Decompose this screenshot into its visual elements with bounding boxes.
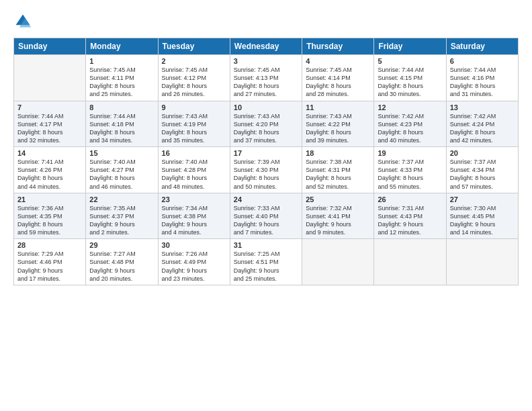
header <box>13 12 519 31</box>
calendar-cell: 26Sunrise: 7:31 AM Sunset: 4:43 PM Dayli… <box>374 193 446 239</box>
day-number: 13 <box>450 103 515 111</box>
day-number: 25 <box>306 195 370 203</box>
day-number: 7 <box>17 103 82 111</box>
col-header-tuesday: Tuesday <box>158 38 230 55</box>
calendar-week-row: 28Sunrise: 7:29 AM Sunset: 4:46 PM Dayli… <box>14 239 519 285</box>
day-number: 8 <box>89 103 154 111</box>
day-number: 16 <box>162 149 226 157</box>
day-number: 15 <box>89 149 154 157</box>
calendar-cell: 5Sunrise: 7:44 AM Sunset: 4:15 PM Daylig… <box>374 55 446 101</box>
day-info: Sunrise: 7:30 AM Sunset: 4:45 PM Dayligh… <box>450 204 515 237</box>
calendar-week-row: 14Sunrise: 7:41 AM Sunset: 4:26 PM Dayli… <box>14 147 519 193</box>
calendar-cell: 22Sunrise: 7:35 AM Sunset: 4:37 PM Dayli… <box>86 193 158 239</box>
calendar-cell: 20Sunrise: 7:37 AM Sunset: 4:34 PM Dayli… <box>446 147 518 193</box>
day-number: 6 <box>450 57 515 65</box>
calendar-cell: 15Sunrise: 7:40 AM Sunset: 4:27 PM Dayli… <box>86 147 158 193</box>
calendar-cell <box>14 55 86 101</box>
day-info: Sunrise: 7:43 AM Sunset: 4:19 PM Dayligh… <box>162 112 226 145</box>
calendar-cell <box>302 239 374 285</box>
logo <box>13 12 35 31</box>
day-info: Sunrise: 7:40 AM Sunset: 4:27 PM Dayligh… <box>89 158 154 191</box>
calendar-cell: 30Sunrise: 7:26 AM Sunset: 4:49 PM Dayli… <box>158 239 230 285</box>
day-number: 27 <box>450 195 515 203</box>
day-info: Sunrise: 7:41 AM Sunset: 4:26 PM Dayligh… <box>17 158 82 191</box>
day-info: Sunrise: 7:29 AM Sunset: 4:46 PM Dayligh… <box>17 250 82 283</box>
day-number: 29 <box>89 241 154 249</box>
calendar-cell: 31Sunrise: 7:25 AM Sunset: 4:51 PM Dayli… <box>230 239 302 285</box>
col-header-saturday: Saturday <box>446 38 518 55</box>
day-info: Sunrise: 7:44 AM Sunset: 4:16 PM Dayligh… <box>450 66 515 99</box>
day-info: Sunrise: 7:36 AM Sunset: 4:35 PM Dayligh… <box>17 204 82 237</box>
calendar-week-row: 7Sunrise: 7:44 AM Sunset: 4:17 PM Daylig… <box>14 101 519 147</box>
calendar-cell: 10Sunrise: 7:43 AM Sunset: 4:20 PM Dayli… <box>230 101 302 147</box>
day-number: 2 <box>162 57 226 65</box>
day-number: 18 <box>306 149 370 157</box>
calendar-table: SundayMondayTuesdayWednesdayThursdayFrid… <box>13 38 519 285</box>
day-info: Sunrise: 7:39 AM Sunset: 4:30 PM Dayligh… <box>234 158 298 191</box>
day-number: 14 <box>17 149 82 157</box>
day-info: Sunrise: 7:45 AM Sunset: 4:11 PM Dayligh… <box>89 66 154 99</box>
day-info: Sunrise: 7:44 AM Sunset: 4:17 PM Dayligh… <box>17 112 82 145</box>
day-number: 4 <box>306 57 370 65</box>
day-info: Sunrise: 7:45 AM Sunset: 4:13 PM Dayligh… <box>234 66 298 99</box>
calendar-cell: 1Sunrise: 7:45 AM Sunset: 4:11 PM Daylig… <box>86 55 158 101</box>
day-number: 26 <box>378 195 442 203</box>
logo-icon <box>13 12 32 31</box>
day-info: Sunrise: 7:25 AM Sunset: 4:51 PM Dayligh… <box>234 250 298 283</box>
day-number: 28 <box>17 241 82 249</box>
day-number: 3 <box>234 57 298 65</box>
calendar-cell: 24Sunrise: 7:33 AM Sunset: 4:40 PM Dayli… <box>230 193 302 239</box>
calendar-cell: 2Sunrise: 7:45 AM Sunset: 4:12 PM Daylig… <box>158 55 230 101</box>
day-number: 30 <box>162 241 226 249</box>
calendar-cell: 6Sunrise: 7:44 AM Sunset: 4:16 PM Daylig… <box>446 55 518 101</box>
calendar-cell <box>446 239 518 285</box>
day-info: Sunrise: 7:44 AM Sunset: 4:18 PM Dayligh… <box>89 112 154 145</box>
day-info: Sunrise: 7:31 AM Sunset: 4:43 PM Dayligh… <box>378 204 442 237</box>
col-header-friday: Friday <box>374 38 446 55</box>
page: SundayMondayTuesdayWednesdayThursdayFrid… <box>0 0 532 411</box>
day-info: Sunrise: 7:44 AM Sunset: 4:15 PM Dayligh… <box>378 66 442 99</box>
calendar-cell: 11Sunrise: 7:43 AM Sunset: 4:22 PM Dayli… <box>302 101 374 147</box>
calendar-cell: 12Sunrise: 7:42 AM Sunset: 4:23 PM Dayli… <box>374 101 446 147</box>
day-number: 24 <box>234 195 298 203</box>
day-info: Sunrise: 7:34 AM Sunset: 4:38 PM Dayligh… <box>162 204 226 237</box>
col-header-monday: Monday <box>86 38 158 55</box>
calendar-cell: 27Sunrise: 7:30 AM Sunset: 4:45 PM Dayli… <box>446 193 518 239</box>
day-number: 22 <box>89 195 154 203</box>
day-number: 10 <box>234 103 298 111</box>
day-info: Sunrise: 7:38 AM Sunset: 4:31 PM Dayligh… <box>306 158 370 191</box>
day-number: 31 <box>234 241 298 249</box>
day-info: Sunrise: 7:37 AM Sunset: 4:34 PM Dayligh… <box>450 158 515 191</box>
calendar-cell: 8Sunrise: 7:44 AM Sunset: 4:18 PM Daylig… <box>86 101 158 147</box>
calendar-cell: 21Sunrise: 7:36 AM Sunset: 4:35 PM Dayli… <box>14 193 86 239</box>
calendar-cell: 3Sunrise: 7:45 AM Sunset: 4:13 PM Daylig… <box>230 55 302 101</box>
calendar-cell: 18Sunrise: 7:38 AM Sunset: 4:31 PM Dayli… <box>302 147 374 193</box>
day-info: Sunrise: 7:43 AM Sunset: 4:22 PM Dayligh… <box>306 112 370 145</box>
day-number: 9 <box>162 103 226 111</box>
day-info: Sunrise: 7:42 AM Sunset: 4:23 PM Dayligh… <box>378 112 442 145</box>
calendar-cell <box>374 239 446 285</box>
day-number: 21 <box>17 195 82 203</box>
day-info: Sunrise: 7:33 AM Sunset: 4:40 PM Dayligh… <box>234 204 298 237</box>
calendar-cell: 19Sunrise: 7:37 AM Sunset: 4:33 PM Dayli… <box>374 147 446 193</box>
day-info: Sunrise: 7:45 AM Sunset: 4:12 PM Dayligh… <box>162 66 226 99</box>
calendar-cell: 13Sunrise: 7:42 AM Sunset: 4:24 PM Dayli… <box>446 101 518 147</box>
day-number: 23 <box>162 195 226 203</box>
day-info: Sunrise: 7:42 AM Sunset: 4:24 PM Dayligh… <box>450 112 515 145</box>
day-number: 17 <box>234 149 298 157</box>
day-info: Sunrise: 7:43 AM Sunset: 4:20 PM Dayligh… <box>234 112 298 145</box>
calendar-cell: 29Sunrise: 7:27 AM Sunset: 4:48 PM Dayli… <box>86 239 158 285</box>
calendar-cell: 25Sunrise: 7:32 AM Sunset: 4:41 PM Dayli… <box>302 193 374 239</box>
calendar-cell: 4Sunrise: 7:45 AM Sunset: 4:14 PM Daylig… <box>302 55 374 101</box>
day-number: 12 <box>378 103 442 111</box>
day-info: Sunrise: 7:35 AM Sunset: 4:37 PM Dayligh… <box>89 204 154 237</box>
day-number: 5 <box>378 57 442 65</box>
calendar-cell: 23Sunrise: 7:34 AM Sunset: 4:38 PM Dayli… <box>158 193 230 239</box>
day-number: 19 <box>378 149 442 157</box>
day-number: 1 <box>89 57 154 65</box>
calendar-cell: 9Sunrise: 7:43 AM Sunset: 4:19 PM Daylig… <box>158 101 230 147</box>
day-number: 20 <box>450 149 515 157</box>
day-info: Sunrise: 7:37 AM Sunset: 4:33 PM Dayligh… <box>378 158 442 191</box>
calendar-cell: 28Sunrise: 7:29 AM Sunset: 4:46 PM Dayli… <box>14 239 86 285</box>
calendar-cell: 14Sunrise: 7:41 AM Sunset: 4:26 PM Dayli… <box>14 147 86 193</box>
